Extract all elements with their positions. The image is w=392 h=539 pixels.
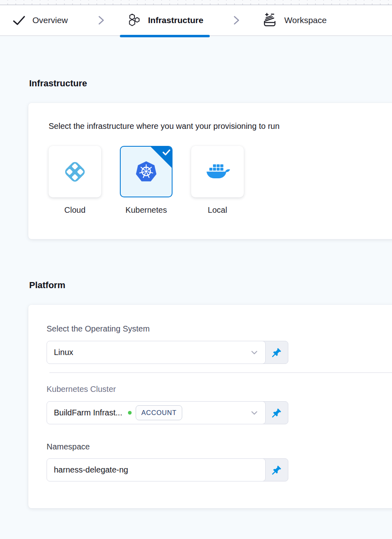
docker-whale-icon (205, 159, 230, 185)
chevron-down-icon[interactable] (250, 349, 258, 357)
chevron-right-icon (97, 15, 105, 26)
cluster-value: BuildFarm Infrast... (54, 408, 122, 417)
chevron-right-icon (232, 15, 241, 26)
local-tile[interactable] (191, 146, 244, 197)
namespace-field-group: harness-delegate-ng (47, 458, 288, 481)
tab-workspace-label: Workspace (284, 15, 327, 25)
section-divider (49, 372, 392, 373)
pin-icon (271, 347, 282, 358)
pin-icon (271, 464, 282, 475)
dialog-top-dotted-strip (0, 0, 392, 5)
cloud-tile[interactable] (49, 146, 101, 197)
namespace-value: harness-delegate-ng (54, 465, 128, 475)
cluster-field-group: BuildFarm Infrast... ACCOUNT (47, 401, 288, 424)
tab-workspace[interactable]: Workspace (255, 5, 333, 35)
hexagons-icon (126, 13, 142, 28)
chevron-down-icon[interactable] (250, 409, 258, 417)
workspace-stack-icon (262, 12, 278, 28)
harness-cloud-icon (61, 158, 89, 186)
platform-card: Select the Operating System Linux Kubern… (28, 305, 392, 508)
kubernetes-tile-label: Kubernetes (126, 205, 167, 215)
os-dropdown[interactable]: Linux (47, 341, 266, 364)
connector-status-dot (128, 411, 132, 415)
infrastructure-prompt: Select the infrastructure where you want… (49, 122, 392, 131)
local-tile-label: Local (208, 205, 227, 215)
os-field-group: Linux (47, 341, 288, 364)
tab-overview[interactable]: Overview (6, 5, 75, 35)
namespace-field-label: Namespace (47, 442, 392, 451)
cluster-dropdown[interactable]: BuildFarm Infrast... ACCOUNT (47, 401, 266, 424)
cluster-field-label: Kubernetes Cluster (47, 385, 392, 394)
wizard-tab-bar: Overview Infrastructure (0, 5, 392, 36)
os-field-label: Select the Operating System (47, 324, 392, 334)
tab-infrastructure[interactable]: Infrastructure (120, 5, 210, 35)
infrastructure-options: Cloud (49, 146, 392, 215)
platform-section-heading: Platform (29, 280, 392, 291)
option-local: Local (191, 146, 244, 215)
option-kubernetes: Kubernetes (120, 146, 173, 215)
os-value: Linux (54, 348, 73, 357)
option-cloud: Cloud (49, 146, 101, 215)
kubernetes-tile[interactable] (120, 146, 173, 197)
tab-infrastructure-label: Infrastructure (148, 15, 204, 25)
tab-overview-label: Overview (32, 15, 68, 25)
scope-badge: ACCOUNT (136, 405, 182, 420)
pin-icon (271, 407, 282, 418)
infrastructure-section-heading: Infrastructure (29, 78, 392, 89)
kubernetes-icon (133, 159, 159, 185)
infrastructure-card: Select the infrastructure where you want… (28, 103, 392, 239)
check-icon (12, 13, 26, 27)
namespace-input[interactable]: harness-delegate-ng (47, 458, 266, 481)
cloud-tile-label: Cloud (64, 205, 85, 215)
